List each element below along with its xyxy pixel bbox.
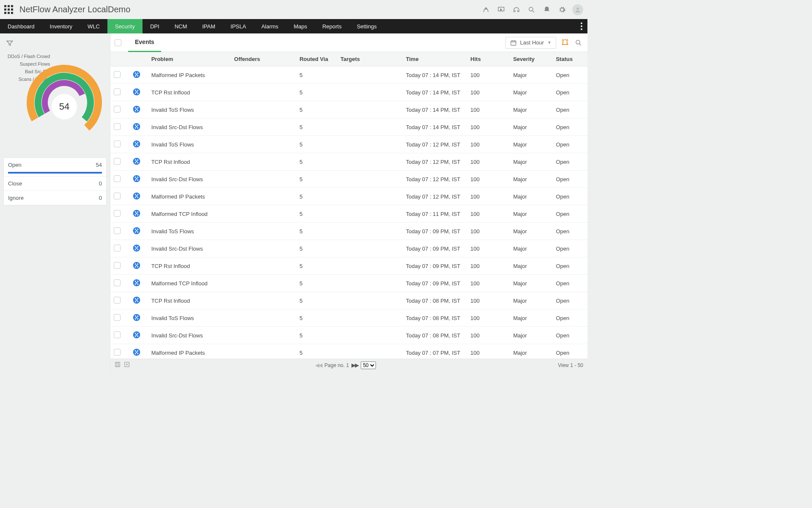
bell-icon[interactable] [542, 5, 552, 15]
row-checkbox[interactable] [114, 331, 121, 338]
page-label: Page no. 1 [324, 362, 349, 368]
table-row[interactable]: TCP Rst Inflood5Today 07 : 12 PM, IST100… [110, 153, 587, 171]
table-row[interactable]: Invalid ToS Flows5Today 07 : 12 PM, IST1… [110, 136, 587, 153]
row-checkbox[interactable] [114, 193, 121, 199]
row-checkbox[interactable] [114, 141, 121, 147]
nav-maps[interactable]: Maps [286, 19, 315, 33]
nav-overflow-icon[interactable] [579, 19, 584, 33]
table-row[interactable]: Malformed TCP Inflood5Today 07 : 11 PM, … [110, 205, 587, 223]
search-icon[interactable] [527, 5, 537, 15]
nav-dpi[interactable]: DPI [143, 19, 167, 33]
device-icon [132, 261, 141, 270]
nav-ncm[interactable]: NCM [167, 19, 195, 33]
nav-settings[interactable]: Settings [349, 19, 384, 33]
table-footer: ◀◀ Page no. 1 ▶▶ 50 View 1 - 50 [110, 359, 587, 371]
status-row[interactable]: Open54 [4, 158, 106, 172]
table-row[interactable]: Invalid Src-Dst Flows5Today 07 : 14 PM, … [110, 119, 587, 136]
rocket-icon[interactable] [481, 5, 491, 15]
page-size-select[interactable]: 50 [361, 362, 376, 369]
cell-offenders [231, 292, 296, 309]
row-checkbox[interactable] [114, 314, 121, 321]
cell-hits: 100 [467, 223, 510, 240]
select-all-checkbox[interactable] [115, 39, 121, 46]
content-header: Events Last Hour ▼ [110, 33, 587, 52]
status-row[interactable]: Close0 [4, 176, 106, 190]
row-checkbox[interactable] [114, 123, 121, 130]
cell-routed: 5 [296, 344, 337, 359]
table-search-icon[interactable] [574, 38, 583, 47]
status-row[interactable]: Ignore0 [4, 190, 106, 205]
cell-severity: Major [510, 171, 552, 188]
table-row[interactable]: Invalid Src-Dst Flows5Today 07 : 12 PM, … [110, 171, 587, 188]
device-icon [132, 226, 141, 235]
nav-dashboard[interactable]: Dashboard [0, 19, 42, 33]
nav-inventory[interactable]: Inventory [42, 19, 80, 33]
cell-targets [337, 292, 403, 309]
col-status[interactable]: Status [552, 52, 587, 66]
row-checkbox[interactable] [114, 158, 121, 165]
cell-targets [337, 188, 403, 205]
cell-offenders [231, 171, 296, 188]
table-row[interactable]: Invalid Src-Dst Flows5Today 07 : 08 PM, … [110, 327, 587, 344]
table-row[interactable]: TCP Rst Inflood5Today 07 : 08 PM, IST100… [110, 292, 587, 309]
table-row[interactable]: Invalid Src-Dst Flows5Today 07 : 09 PM, … [110, 240, 587, 257]
row-checkbox[interactable] [114, 279, 121, 286]
table-row[interactable]: Invalid ToS Flows5Today 07 : 08 PM, IST1… [110, 309, 587, 327]
nav-ipam[interactable]: IPAM [195, 19, 223, 33]
cell-targets [337, 240, 403, 257]
page-first-icon[interactable]: ◀◀ [315, 362, 322, 368]
col-targets[interactable]: Targets [337, 52, 403, 66]
cell-time: Today 07 : 11 PM, IST [403, 205, 467, 223]
row-checkbox[interactable] [114, 297, 121, 304]
nav-ipsla[interactable]: IPSLA [223, 19, 254, 33]
table-row[interactable]: Malformed IP Packets5Today 07 : 12 PM, I… [110, 188, 587, 205]
cell-routed: 5 [296, 205, 337, 223]
col-routed[interactable]: Routed Via [296, 52, 337, 66]
table-row[interactable]: Malformed TCP Inflood5Today 07 : 09 PM, … [110, 275, 587, 292]
nav-wlc[interactable]: WLC [80, 19, 107, 33]
export-icon[interactable] [124, 362, 130, 369]
tab-events[interactable]: Events [128, 33, 161, 52]
row-checkbox[interactable] [114, 349, 121, 356]
col-time[interactable]: Time [403, 52, 467, 66]
columns-icon[interactable] [115, 362, 121, 369]
device-icon [132, 139, 141, 149]
col-offenders[interactable]: Offenders [231, 52, 296, 66]
col-severity[interactable]: Severity [510, 52, 552, 66]
table-row[interactable]: Malformed IP Packets5Today 07 : 07 PM, I… [110, 344, 587, 359]
app-launcher-icon[interactable] [4, 5, 14, 14]
cell-offenders [231, 327, 296, 344]
row-checkbox[interactable] [114, 262, 121, 269]
nav-reports[interactable]: Reports [315, 19, 349, 33]
row-checkbox[interactable] [114, 245, 121, 251]
nav-security[interactable]: Security [107, 19, 143, 33]
time-range-picker[interactable]: Last Hour ▼ [505, 37, 556, 49]
row-checkbox[interactable] [114, 71, 121, 78]
col-problem[interactable]: Problem [148, 52, 231, 66]
cell-routed: 5 [296, 119, 337, 136]
row-checkbox[interactable] [114, 227, 121, 234]
headset-icon[interactable] [511, 5, 521, 15]
row-checkbox[interactable] [114, 88, 121, 95]
filter-icon[interactable] [6, 42, 14, 48]
table-row[interactable]: TCP Rst Inflood5Today 07 : 09 PM, IST100… [110, 257, 587, 275]
table-row[interactable]: Invalid ToS Flows5Today 07 : 09 PM, IST1… [110, 223, 587, 240]
row-checkbox[interactable] [114, 175, 121, 182]
row-checkbox[interactable] [114, 210, 121, 217]
avatar[interactable] [572, 4, 583, 15]
presentation-icon[interactable] [496, 5, 506, 15]
table-row[interactable]: Malformed IP Packets5Today 07 : 14 PM, I… [110, 66, 587, 84]
cell-time: Today 07 : 12 PM, IST [403, 171, 467, 188]
cell-status: Open [552, 188, 587, 205]
nav-alarms[interactable]: Alarms [254, 19, 286, 33]
col-hits[interactable]: Hits [467, 52, 510, 66]
table-row[interactable]: Invalid ToS Flows5Today 07 : 14 PM, IST1… [110, 101, 587, 119]
table-row[interactable]: TCP Rst Inflood5Today 07 : 14 PM, IST100… [110, 84, 587, 101]
gear-icon[interactable] [557, 5, 567, 15]
cell-status: Open [552, 66, 587, 84]
alert-bell-icon[interactable] [560, 38, 570, 47]
cell-routed: 5 [296, 275, 337, 292]
page-next-icon[interactable]: ▶▶ [351, 362, 358, 368]
cell-hits: 100 [467, 188, 510, 205]
row-checkbox[interactable] [114, 106, 121, 113]
